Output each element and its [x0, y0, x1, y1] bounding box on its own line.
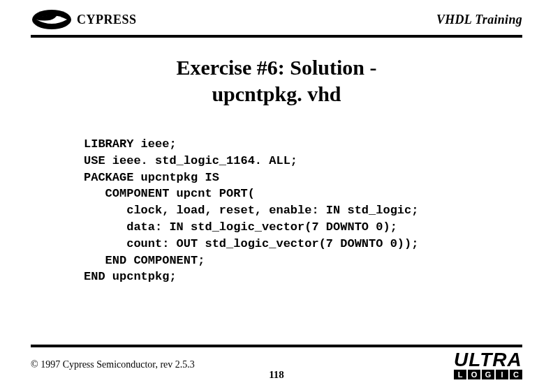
- code-line: END upcntpkg;: [84, 270, 177, 283]
- code-line: data: IN std_logic_vector(7 DOWNTO 0);: [84, 220, 397, 234]
- cypress-logo: CYPRESS: [31, 7, 137, 32]
- footer: © 1997 Cypress Semiconductor, rev 2.5.3 …: [0, 351, 553, 379]
- footer-divider: [31, 345, 522, 347]
- header-divider: [31, 35, 522, 38]
- ultra-logic-logo: ULTRA L O G I C: [454, 351, 522, 379]
- slide-title-line1: Exercise #6: Solution -: [0, 54, 553, 81]
- slide-title: Exercise #6: Solution - upcntpkg. vhd: [0, 54, 553, 107]
- page-number: 118: [269, 369, 284, 381]
- code-line: END COMPONENT;: [84, 254, 205, 267]
- copyright-text: © 1997 Cypress Semiconductor, rev 2.5.3: [31, 359, 195, 370]
- ultra-sub-letter: O: [468, 370, 480, 379]
- ultra-sub-logic: L O G I C: [454, 370, 522, 379]
- ultra-sub-letter: L: [454, 370, 466, 379]
- cypress-logo-mark: [31, 7, 73, 32]
- cypress-logo-text: CYPRESS: [77, 13, 137, 27]
- code-line: LIBRARY ieee;: [84, 137, 177, 151]
- header-subject: VHDL Training: [436, 13, 522, 27]
- ultra-sub-letter: G: [482, 370, 494, 379]
- ultra-sub-letter: C: [510, 370, 522, 379]
- code-line: COMPONENT upcnt PORT(: [84, 187, 255, 200]
- ultra-sub-letter: I: [496, 370, 508, 379]
- code-line: clock, load, reset, enable: IN std_logic…: [84, 204, 418, 217]
- ultra-word: ULTRA: [454, 351, 522, 368]
- code-line: USE ieee. std_logic_1164. ALL;: [84, 154, 297, 167]
- code-line: count: OUT std_logic_vector(7 DOWNTO 0))…: [84, 237, 418, 250]
- code-line: PACKAGE upcntpkg IS: [84, 171, 219, 184]
- vhdl-code: LIBRARY ieee; USE ieee. std_logic_1164. …: [84, 136, 553, 285]
- header: CYPRESS VHDL Training: [0, 0, 553, 32]
- slide-title-line2: upcntpkg. vhd: [0, 81, 553, 107]
